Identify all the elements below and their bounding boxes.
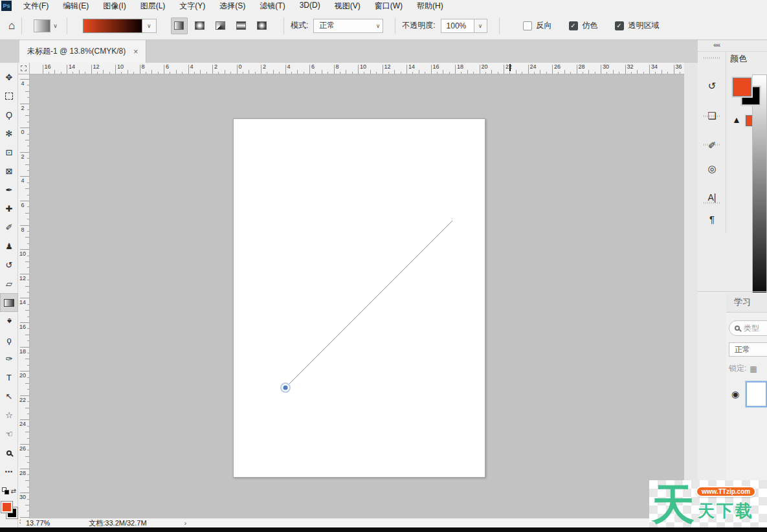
lasso-tool[interactable]: Ϙ xyxy=(0,105,18,124)
swap-colors-icon[interactable]: ⇄ xyxy=(11,487,16,494)
lock-transparency-icon[interactable]: ▦ xyxy=(750,364,757,373)
type-tool[interactable]: T xyxy=(0,368,18,387)
more-tools[interactable]: ••• xyxy=(0,462,18,481)
blend-mode-select[interactable]: 正常 ∨ xyxy=(313,19,383,33)
pen-tool[interactable]: ✑ xyxy=(0,349,18,368)
properties-panel-icon[interactable]: ❏ xyxy=(698,106,726,126)
crop-tool[interactable]: ⊡ xyxy=(0,143,18,162)
layer-thumbnail[interactable] xyxy=(746,381,767,407)
menu-item[interactable]: 窗口(W) xyxy=(375,1,403,12)
foreground-color-swatch[interactable] xyxy=(1,502,12,513)
document-tab[interactable]: 未标题-1 @ 13.8%(CMYK/8) × xyxy=(19,40,146,63)
shape-tool[interactable]: ☆ xyxy=(0,406,18,425)
checkbox-icon[interactable]: ✓ xyxy=(615,21,624,30)
ruler-tick xyxy=(237,65,238,74)
clone-source-panel-icon[interactable]: ◎ xyxy=(698,159,726,179)
gradient-picker-dropdown[interactable]: ∨ xyxy=(142,19,157,33)
gradient-tool[interactable] xyxy=(0,293,18,312)
ruler-tick xyxy=(552,65,553,74)
blur-tool[interactable]: ♠ xyxy=(0,312,18,331)
layer-visibility-eye-icon[interactable]: ◉ xyxy=(731,389,739,399)
menu-item[interactable]: 3D(D) xyxy=(300,1,320,12)
divider xyxy=(67,17,67,34)
menu-item[interactable]: 文字(Y) xyxy=(179,1,205,12)
learn-tab-label: 学习 xyxy=(734,296,751,308)
dodge-tool[interactable]: ϙ xyxy=(0,331,18,349)
ruler-tick xyxy=(27,109,29,110)
marquee-tool[interactable] xyxy=(0,87,18,105)
gradient-preview[interactable] xyxy=(83,19,142,33)
hand-tool[interactable]: ☜ xyxy=(0,425,18,443)
color-panel-foreground-swatch[interactable] xyxy=(733,78,751,96)
ruler-origin-icon xyxy=(21,65,27,71)
paragraph-panel-icon[interactable]: ¶ xyxy=(698,209,726,228)
menu-item[interactable]: 图像(I) xyxy=(103,1,126,12)
menu-item[interactable]: 编辑(E) xyxy=(63,1,89,12)
menu-item[interactable]: 选择(S) xyxy=(219,1,245,12)
chevron-down-icon[interactable]: ∨ xyxy=(53,23,58,29)
ruler-tick xyxy=(558,72,559,74)
collapse-panels-icon[interactable]: «« xyxy=(713,41,720,49)
ruler-tick xyxy=(25,432,29,432)
move-tool[interactable]: ✥ xyxy=(0,68,18,87)
angle-gradient-button[interactable] xyxy=(212,17,229,34)
magic-wand-tool[interactable]: ✻ xyxy=(0,124,18,143)
layer-blend-mode-select[interactable]: 正常 xyxy=(729,342,767,357)
history-panel-icon[interactable]: ↺ xyxy=(698,76,726,96)
ruler-origin-corner[interactable] xyxy=(18,63,30,74)
ruler-tick xyxy=(27,231,29,232)
gamut-warning-icon[interactable]: ▲ xyxy=(732,115,741,125)
linear-gradient-button[interactable] xyxy=(171,17,188,34)
path-selection-tool[interactable]: ↖ xyxy=(0,387,18,406)
ruler-tick xyxy=(27,280,29,280)
brush-settings-panel-icon[interactable]: ✐ xyxy=(698,136,726,155)
zoom-tool[interactable] xyxy=(0,443,18,462)
ruler-tick xyxy=(85,72,85,74)
ruler-number: 24 xyxy=(19,421,26,427)
color-ramp[interactable] xyxy=(752,74,767,305)
character-panel-icon[interactable]: A| xyxy=(698,188,726,207)
close-icon[interactable]: × xyxy=(133,47,138,56)
default-colors-icon[interactable] xyxy=(2,487,9,494)
zoom-level-field[interactable]: 13.77% xyxy=(26,519,50,527)
canvas-area[interactable] xyxy=(30,74,684,520)
ruler-tick xyxy=(200,70,201,74)
healing-brush-tool[interactable]: ✚ xyxy=(0,199,18,218)
layer-row[interactable]: ◉ xyxy=(726,377,767,411)
ruler-tick xyxy=(218,72,219,74)
brush-tool[interactable]: ✐ xyxy=(0,218,18,237)
tab-learn-panel[interactable]: 学习 xyxy=(726,293,767,312)
clone-stamp-tool[interactable]: ♟ xyxy=(0,237,18,256)
menu-item[interactable]: 图层(L) xyxy=(140,1,166,12)
reflected-gradient-button[interactable] xyxy=(233,17,250,34)
menu-item[interactable]: 文件(F) xyxy=(23,1,49,12)
tab-color-panel[interactable]: 颜色 xyxy=(730,53,747,65)
ruler-tick xyxy=(20,444,29,445)
opacity-value-field[interactable]: 100% xyxy=(441,19,474,33)
ruler-number: 12 xyxy=(384,63,391,70)
home-icon[interactable]: ⌂ xyxy=(8,20,15,31)
checkbox-icon[interactable] xyxy=(523,21,532,30)
radial-gradient-button[interactable] xyxy=(192,17,208,34)
status-chevron-icon[interactable]: › xyxy=(184,519,187,527)
watermark-url: www.TTzip.com xyxy=(696,486,756,497)
healing-brush-icon: ✚ xyxy=(6,204,13,214)
document-size-info: 文档:33.2M/32.7M xyxy=(89,518,146,528)
opacity-dropdown[interactable]: ∨ xyxy=(474,19,487,33)
ruler-tick xyxy=(27,97,29,98)
menu-item[interactable]: 视图(V) xyxy=(335,1,361,12)
tool-preset-picker[interactable] xyxy=(34,19,50,32)
frame-tool[interactable]: ⊠ xyxy=(0,162,18,181)
menu-item[interactable]: 帮助(H) xyxy=(417,1,443,12)
checkbox-icon[interactable]: ✓ xyxy=(569,21,578,30)
menu-item[interactable]: 滤镜(T) xyxy=(260,1,285,12)
checkbox-label: 仿色 xyxy=(583,20,598,31)
photoshop-app-icon: Ps xyxy=(1,1,12,11)
ruler-tick xyxy=(27,243,29,244)
eyedropper-tool[interactable]: ✒ xyxy=(0,181,18,199)
history-brush-tool[interactable]: ↺ xyxy=(0,256,18,274)
layer-filter-search[interactable]: 类型 xyxy=(729,320,767,336)
eraser-tool[interactable]: ▱ xyxy=(0,274,18,293)
diamond-gradient-button[interactable] xyxy=(254,17,271,34)
option-透明区域: ✓透明区域 xyxy=(615,20,660,31)
